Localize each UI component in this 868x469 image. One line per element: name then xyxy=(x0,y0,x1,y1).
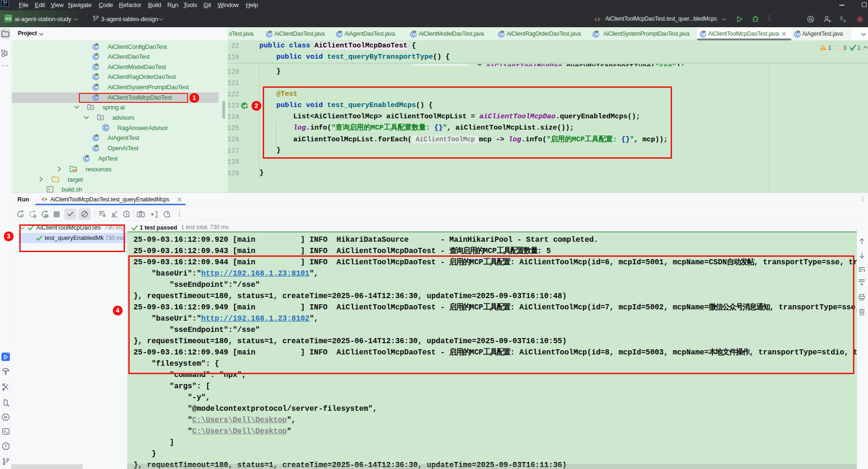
svg-text:A: A xyxy=(843,19,846,23)
